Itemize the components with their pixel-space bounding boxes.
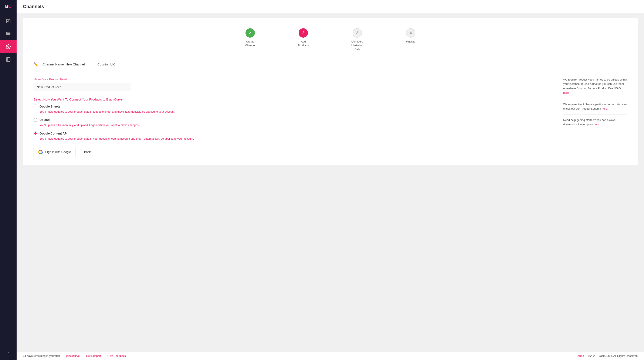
step-1-create-channel: ✓ CreateChannel (245, 28, 255, 48)
product-feed-input[interactable] (34, 83, 131, 91)
file-template-link[interactable]: here. (594, 123, 600, 126)
footer-get-support-link[interactable]: Get Support (86, 354, 101, 358)
main-card: ✓ CreateChannel 2 AddProducts 3 Configur… (23, 18, 638, 165)
step-3-circle: 3 (352, 28, 362, 38)
google-content-api-name: Google Content API (40, 132, 68, 135)
upload-desc: You'll upload a file manually and upload… (40, 123, 555, 127)
svg-point-10 (8, 46, 9, 48)
upload-radio-label[interactable]: Upload (34, 118, 555, 122)
settings-icon (6, 44, 11, 49)
page-header: Channels (16, 0, 644, 14)
side-note-template: Need help getting started? You can alway… (563, 114, 627, 130)
sidebar-nav (0, 13, 16, 347)
trial-text: 14 days remaining in your trial (23, 354, 60, 358)
radio-option-google-sheets: Google Sheets You'll make updates to you… (34, 104, 555, 114)
google-content-api-radio[interactable] (34, 132, 38, 135)
product-schema-link[interactable]: here. (602, 107, 608, 110)
upload-radio[interactable] (34, 118, 38, 122)
footer-right: Terms ©2022. BlackCurve. All Rights Rese… (576, 354, 638, 358)
google-content-api-radio-label[interactable]: Google Content API (34, 132, 555, 135)
upload-name: Upload (40, 118, 50, 122)
product-feed-name-field: Name Your Product Feed (34, 78, 555, 91)
side-note-product-feed: We require Product Feed names to be uniq… (563, 78, 627, 98)
logo-c: C (8, 4, 12, 9)
google-sheets-desc: You'll make updates to your product data… (40, 110, 555, 114)
page-footer: 14 days remaining in your trial Blackcur… (16, 352, 644, 360)
footer-left: 14 days remaining in your trial Blackcur… (23, 354, 126, 358)
step-connector-2-3 (309, 33, 351, 33)
sign-in-google-button[interactable]: Sign in with Google (34, 147, 76, 157)
button-row: Sign in with Google Back (34, 147, 555, 157)
channel-info-bar: ✏️ Channel Name: New Channel Country: UK (34, 62, 627, 71)
main-area: Channels ✓ CreateChannel 2 AddProducts (16, 0, 644, 360)
step-4-circle: 4 (406, 28, 415, 38)
trial-days: 14 (23, 354, 26, 358)
step-2-circle: 2 (298, 28, 308, 38)
google-g-icon (38, 150, 43, 154)
step-connector-3-4 (364, 33, 406, 33)
channel-name-field: Channel Name: New Channel (42, 62, 84, 66)
google-sheets-radio-label[interactable]: Google Sheets (34, 104, 555, 108)
channel-name-value: New Channel (66, 62, 84, 66)
sidebar-logo[interactable]: BC (0, 0, 16, 13)
channel-name-label: Channel Name: (42, 62, 64, 66)
form-main: Name Your Product Feed Select How You Wa… (34, 78, 555, 157)
radio-option-upload: Upload You'll upload a file manually and… (34, 118, 555, 127)
chevron-right-icon (6, 350, 10, 355)
google-sheets-name: Google Sheets (40, 105, 60, 108)
step-1-label: CreateChannel (245, 40, 255, 48)
step-1-circle: ✓ (246, 28, 255, 38)
stepper: ✓ CreateChannel 2 AddProducts 3 Configur… (34, 26, 627, 54)
form-section: Name Your Product Feed Select How You Wa… (34, 78, 627, 157)
trial-remaining-label: days remaining in your trial (27, 354, 60, 358)
reports-icon (6, 19, 11, 24)
sign-in-google-label: Sign in with Google (45, 150, 71, 154)
edit-channel-icon[interactable]: ✏️ (34, 62, 38, 67)
product-feed-faq-link[interactable]: here. (563, 91, 570, 94)
form-side-notes: We require Product Feed names to be uniq… (563, 78, 627, 157)
sidebar-item-pricing-rules[interactable] (0, 28, 16, 40)
step-connector-1-2 (256, 33, 298, 33)
google-sheets-radio[interactable] (34, 104, 38, 108)
connect-section-title: Select How You Want To Connect Your Prod… (34, 98, 555, 101)
sidebar-item-reports[interactable] (0, 15, 16, 28)
footer-give-feedback-link[interactable]: Give Feedback (107, 354, 126, 358)
sidebar-item-settings[interactable] (0, 40, 16, 53)
sidebar-expand-button[interactable] (0, 347, 16, 358)
footer-terms-link[interactable]: Terms (576, 354, 584, 358)
step-2-label: AddProducts (298, 40, 309, 48)
sidebar-item-table[interactable] (0, 53, 16, 66)
step-3-label: ConfigureMarketingData (351, 40, 364, 52)
footer-copyright: ©2022. BlackCurve. All Rights Reserved (588, 354, 638, 358)
step-4-finalize: 4 Finalize (406, 28, 416, 44)
svg-rect-11 (6, 58, 10, 62)
table-icon (6, 57, 11, 62)
step-4-label: Finalize (406, 40, 416, 44)
footer-blackcurve-link[interactable]: Blackcurve (66, 354, 80, 358)
page-title: Channels (23, 4, 638, 9)
step-2-add-products: 2 AddProducts (298, 28, 309, 48)
sidebar: BC (0, 0, 16, 360)
page-content: ✓ CreateChannel 2 AddProducts 3 Configur… (16, 14, 644, 352)
channel-country-field: Country: UK (97, 62, 115, 66)
channel-country-value: UK (110, 62, 115, 66)
pricing-rules-icon (6, 32, 11, 36)
google-content-api-desc: You'll make updates to your product data… (40, 137, 555, 141)
radio-option-google-content-api: Google Content API You'll make updates t… (34, 132, 555, 141)
step-3-configure: 3 ConfigureMarketingData (351, 28, 364, 52)
side-note-upload-format: We require files to have a particular fo… (563, 98, 627, 114)
channel-country-label: Country: (97, 62, 110, 66)
product-feed-label: Name Your Product Feed (34, 78, 555, 81)
sidebar-bottom (0, 347, 16, 360)
logo-b: B (5, 4, 8, 9)
back-button[interactable]: Back (79, 148, 96, 156)
